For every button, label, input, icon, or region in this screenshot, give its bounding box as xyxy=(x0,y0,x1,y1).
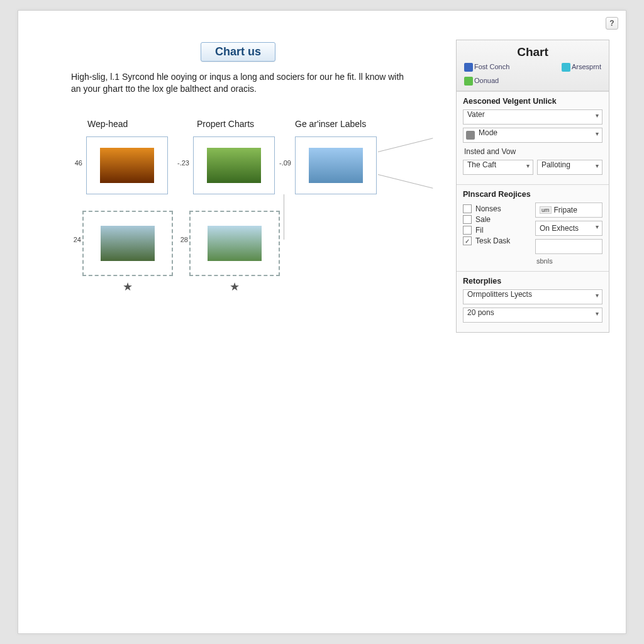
section-3: Retorplies Ormpolitters Lyects 20 pons xyxy=(457,271,609,332)
ormpolitters-dropdown[interactable]: Ormpolitters Lyects xyxy=(463,289,602,304)
panel-link-1[interactable]: Fost Conch xyxy=(464,63,509,72)
panel-header: Chart Fost Conch Arsesprnt Oonuad xyxy=(457,40,609,91)
chart-thumb-5[interactable] xyxy=(189,211,280,276)
exhects-dropdown[interactable]: On Exhects xyxy=(535,221,602,236)
page-canvas: ? Chart us High-slig, l.1 Syrcond hle oo… xyxy=(18,10,626,634)
panel-link-2[interactable]: Arsesprnt xyxy=(562,63,601,72)
thumb-number-3: -.09 xyxy=(277,159,291,167)
thumb-image-icon xyxy=(101,226,155,261)
panel-link-3[interactable]: Oonuad xyxy=(464,77,499,86)
blank-field[interactable] xyxy=(535,239,602,254)
nonses-checkbox[interactable] xyxy=(463,204,472,213)
star-icon[interactable]: ★ xyxy=(230,280,240,294)
chart-thumb-4[interactable] xyxy=(82,211,173,276)
chart-thumb-2[interactable] xyxy=(193,136,275,194)
chart-thumb-1[interactable] xyxy=(86,136,168,194)
fripate-field[interactable]: umFripate xyxy=(535,203,602,218)
thumb-image-icon xyxy=(207,148,261,183)
section-title: Retorplies xyxy=(463,277,602,286)
square-icon xyxy=(464,77,473,86)
connector-line xyxy=(284,194,284,240)
thumb-image-icon xyxy=(100,148,154,183)
checkbox-label: Tesk Dask xyxy=(475,236,510,245)
circle-check-icon xyxy=(562,63,570,72)
chart-panel: Chart Fost Conch Arsesprnt Oonuad Aescon… xyxy=(456,40,609,333)
star-icon[interactable]: ★ xyxy=(123,280,133,294)
panel-title: Chart xyxy=(457,45,609,59)
mode-dropdown[interactable]: Mode xyxy=(463,128,602,143)
checkbox-label: Fil xyxy=(475,226,484,235)
checkbox-label: Sale xyxy=(475,215,491,224)
thumb-image-icon xyxy=(208,226,262,261)
sale-checkbox[interactable] xyxy=(463,215,472,224)
column-header-3: Ge ar'inser Labels xyxy=(295,119,366,129)
status-text: Insted and Vow xyxy=(463,146,602,160)
tesk-dask-checkbox[interactable]: ✓ xyxy=(463,236,472,245)
chart-thumb-3[interactable] xyxy=(295,136,377,194)
thumb-number-4: 24 xyxy=(67,236,81,243)
pons-dropdown[interactable]: 20 pons xyxy=(463,308,602,323)
connector-line xyxy=(378,138,433,152)
thumb-number-2: -.23 xyxy=(175,159,189,167)
section-2: Plnscard Reojices Nonses Sale Fil ✓Tesk … xyxy=(457,184,609,271)
caft-dropdown[interactable]: The Caft xyxy=(463,160,533,175)
intro-text: High-slig, l.1 Syrcond hle ooying or inq… xyxy=(71,71,411,95)
fil-checkbox[interactable] xyxy=(463,226,472,235)
column-header-2: Propert Charts xyxy=(197,119,254,129)
section-1: Aesconed Velgent Unlick Vater Mode Inste… xyxy=(457,91,609,184)
vater-dropdown[interactable]: Vater xyxy=(463,109,602,125)
thumb-number-5: 28 xyxy=(174,236,188,243)
title-button[interactable]: Chart us xyxy=(201,42,275,62)
help-button[interactable]: ? xyxy=(606,17,618,30)
connector-line xyxy=(378,174,433,189)
column-header-1: Wep-head xyxy=(87,119,128,129)
thumb-number-1: 46 xyxy=(69,159,82,167)
thumb-image-icon xyxy=(309,148,363,183)
section-title: Aesconed Velgent Unlick xyxy=(463,97,602,106)
palloting-dropdown[interactable]: Palloting xyxy=(537,160,602,175)
checkbox-label: Nonses xyxy=(475,204,501,213)
field-caption: sbnls xyxy=(535,257,602,265)
square-icon xyxy=(464,63,473,72)
section-title: Plnscard Reojices xyxy=(463,190,602,199)
